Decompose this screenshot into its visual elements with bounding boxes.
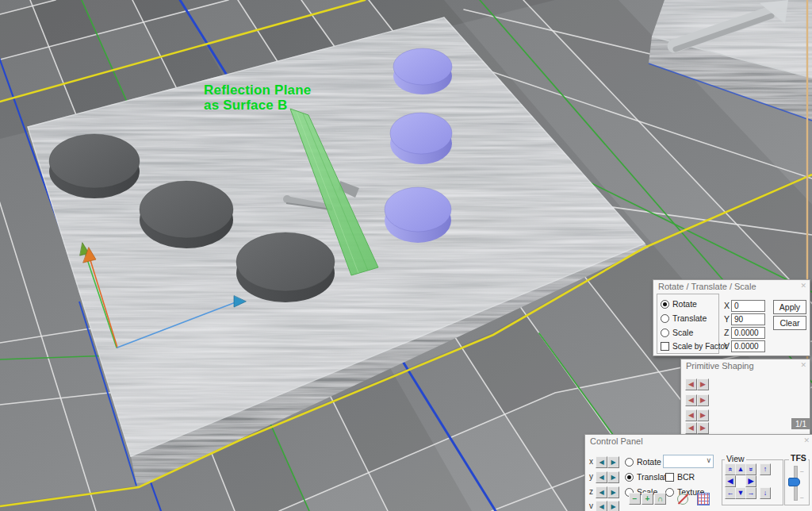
purple-cylinder-1 xyxy=(393,48,452,94)
radio-translate[interactable]: Translate xyxy=(625,472,671,482)
arc-icon: ∩ xyxy=(657,495,663,503)
control-panel: Control Panel ✕ x ◀ ▶ y ◀ ▶ z ◀ ▶ v ◀ ▶ … xyxy=(584,434,812,511)
radio-dot xyxy=(661,328,669,337)
left-triangle-icon: ◀ xyxy=(688,397,694,404)
field-label-y: Y xyxy=(724,314,730,324)
purple-cylinders[interactable] xyxy=(385,48,452,243)
x-increase-button[interactable]: ▶ xyxy=(607,456,619,468)
y-increase-button[interactable]: ▶ xyxy=(607,471,619,483)
prev-arrow-button-2[interactable]: ◀ xyxy=(685,394,697,406)
dark-cylinder-1 xyxy=(49,134,140,198)
view-pan-left-button[interactable]: ← xyxy=(725,487,736,499)
up-arrow-icon: ↑ xyxy=(764,466,768,473)
y-decrease-button[interactable]: ◀ xyxy=(596,471,607,483)
right-triangle-icon: ▶ xyxy=(611,504,615,510)
primitive-panel-title: Primitive Shaping xyxy=(686,361,754,371)
left-triangle-icon: ◀ xyxy=(599,459,603,466)
axis-label-x: x xyxy=(589,457,593,466)
radio-translate[interactable]: Translate xyxy=(661,313,707,323)
x-decrease-button[interactable]: ◀ xyxy=(596,456,607,468)
viewport-3d[interactable]: Reflection Plane as Surface B Rotate / T… xyxy=(0,0,812,511)
scene-annotation-line1: Reflection Plane xyxy=(204,83,311,98)
primitive-shaping-panel: Primitive Shaping ✕ ◀ ▶ ◀ ▶ ◀ ▶ ◀ ▶ 1/1 xyxy=(680,359,810,437)
tfs-slider-handle[interactable] xyxy=(788,478,800,486)
view-up-button[interactable]: ▲ xyxy=(735,463,746,475)
radio-label: Rotate xyxy=(637,457,661,467)
close-icon[interactable]: ✕ xyxy=(800,282,806,290)
tfs-tick-bottom: – xyxy=(800,494,803,501)
down-triangle-icon: ▼ xyxy=(737,490,745,497)
checkbox-box xyxy=(661,342,669,351)
left-triangle-icon: ◀ xyxy=(688,412,694,419)
minus-icon: − xyxy=(633,495,638,503)
plus-button[interactable]: + xyxy=(642,493,653,505)
dark-cylinder-2 xyxy=(140,181,233,248)
axis-label-v: v xyxy=(589,501,593,510)
scene-annotation-line2: as Surface B xyxy=(204,98,311,113)
field-x[interactable]: 0 xyxy=(731,300,765,312)
next-arrow-button-1[interactable]: ▶ xyxy=(697,378,709,390)
grid-toggle-button[interactable] xyxy=(697,493,710,505)
rts-panel: Rotate / Translate / Scale ✕ Rotate Tran… xyxy=(653,279,810,356)
prev-arrow-button-3[interactable]: ◀ xyxy=(685,409,697,421)
right-triangle-icon: ▶ xyxy=(749,478,754,485)
field-label-v: V xyxy=(724,341,730,351)
scene-annotation: Reflection Plane as Surface B xyxy=(204,83,311,113)
chevron-down-icon: ∨ xyxy=(706,456,711,464)
view-rotate-down-fast-button[interactable]: » xyxy=(745,463,756,475)
disable-button[interactable] xyxy=(677,494,688,505)
radio-dot xyxy=(661,300,669,309)
close-icon[interactable]: ✕ xyxy=(803,436,810,444)
v-decrease-button[interactable]: ◀ xyxy=(596,501,607,511)
radio-rotate[interactable]: Rotate xyxy=(625,457,661,467)
prev-arrow-button-4[interactable]: ◀ xyxy=(685,422,697,434)
radio-label: Translate xyxy=(672,313,707,323)
next-arrow-button-3[interactable]: ▶ xyxy=(697,409,709,421)
right-triangle-icon: ▶ xyxy=(611,490,615,496)
right-triangle-icon: ▶ xyxy=(700,425,706,432)
field-z[interactable]: 0.0000 xyxy=(731,327,765,339)
checkbox-bcr[interactable]: BCR xyxy=(665,472,695,482)
left-arrow-icon: ← xyxy=(727,490,734,497)
z-increase-button[interactable]: ▶ xyxy=(607,486,619,498)
control-panel-title: Control Panel xyxy=(590,436,643,446)
view-rotate-up-fast-button[interactable]: « xyxy=(725,463,736,475)
radio-dot xyxy=(625,473,634,482)
view-down-button[interactable]: ▼ xyxy=(735,487,746,499)
field-label-z: Z xyxy=(724,328,729,337)
view-left-button[interactable]: ◀ xyxy=(725,475,736,487)
field-y[interactable]: 90 xyxy=(731,313,765,325)
close-icon[interactable]: ✕ xyxy=(800,361,806,369)
radio-scale[interactable]: Scale xyxy=(661,328,693,337)
double-chevron-up-icon: « xyxy=(726,467,733,471)
checkbox-scale-by-factor[interactable]: Scale by Factor xyxy=(661,342,727,351)
next-arrow-button-2[interactable]: ▶ xyxy=(697,394,709,406)
radio-label: Scale xyxy=(672,328,693,337)
purple-cylinder-2 xyxy=(390,113,452,164)
apply-button[interactable]: Apply xyxy=(773,300,806,314)
next-arrow-button-4[interactable]: ▶ xyxy=(697,422,709,434)
selection-dropdown[interactable]: ∨ xyxy=(663,455,714,468)
clear-button[interactable]: Clear xyxy=(773,316,806,330)
radio-dot xyxy=(625,458,634,467)
radio-label: Rotate xyxy=(672,299,697,309)
right-triangle-icon: ▶ xyxy=(700,397,706,404)
plus-icon: + xyxy=(645,495,650,503)
left-triangle-icon: ◀ xyxy=(599,474,603,481)
view-pan-up-button[interactable]: ↑ xyxy=(760,463,771,475)
prev-arrow-button-1[interactable]: ◀ xyxy=(685,378,697,390)
purple-cylinder-3 xyxy=(385,187,451,243)
view-right-button[interactable]: ▶ xyxy=(745,475,756,487)
field-v[interactable]: 0.0000 xyxy=(731,340,765,352)
down-arrow-icon: ↓ xyxy=(764,490,768,497)
view-pan-down-button[interactable]: ↓ xyxy=(760,487,771,499)
page-indicator: 1/1 xyxy=(791,418,810,429)
z-decrease-button[interactable]: ◀ xyxy=(596,486,607,498)
radio-rotate[interactable]: Rotate xyxy=(661,299,697,309)
v-increase-button[interactable]: ▶ xyxy=(607,501,619,511)
minus-button[interactable]: − xyxy=(629,493,641,505)
axis-label-y: y xyxy=(589,472,593,481)
right-triangle-icon: ▶ xyxy=(700,412,706,419)
arc-button[interactable]: ∩ xyxy=(654,493,666,505)
view-pan-right-button[interactable]: → xyxy=(745,487,756,499)
